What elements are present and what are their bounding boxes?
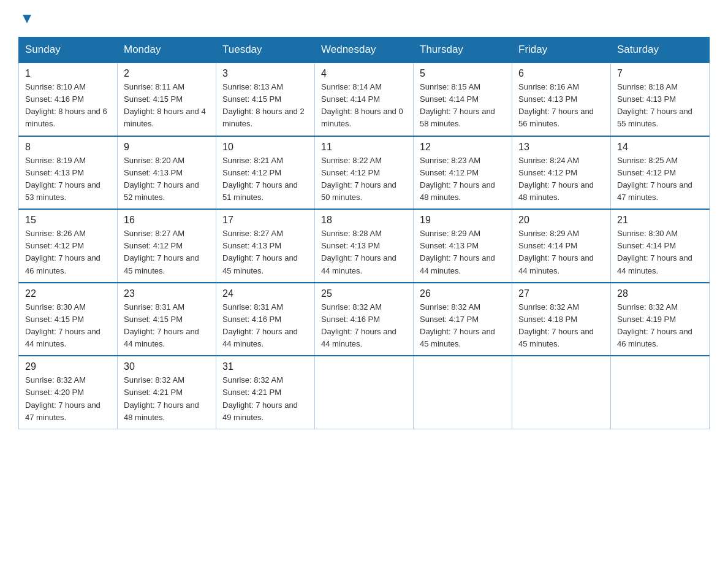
day-number: 28 (617, 288, 703, 299)
day-number: 16 (124, 215, 210, 226)
calendar-cell: 2 Sunrise: 8:11 AMSunset: 4:15 PMDayligh… (118, 63, 216, 136)
day-number: 14 (617, 142, 703, 153)
day-info: Sunrise: 8:22 AMSunset: 4:12 PMDaylight:… (321, 156, 396, 202)
day-number: 5 (420, 68, 506, 79)
day-info: Sunrise: 8:26 AMSunset: 4:12 PMDaylight:… (25, 229, 100, 275)
svg-marker-0 (23, 15, 31, 23)
day-info: Sunrise: 8:11 AMSunset: 4:15 PMDaylight:… (124, 82, 206, 128)
day-info: Sunrise: 8:14 AMSunset: 4:14 PMDaylight:… (321, 82, 403, 128)
week-row-4: 22 Sunrise: 8:30 AMSunset: 4:15 PMDaylig… (19, 283, 710, 356)
header (18, 12, 710, 26)
calendar-cell: 15 Sunrise: 8:26 AMSunset: 4:12 PMDaylig… (19, 209, 118, 283)
calendar-cell: 30 Sunrise: 8:32 AMSunset: 4:21 PMDaylig… (118, 356, 216, 429)
day-info: Sunrise: 8:20 AMSunset: 4:13 PMDaylight:… (124, 156, 199, 202)
day-number: 26 (420, 288, 506, 299)
week-row-3: 15 Sunrise: 8:26 AMSunset: 4:12 PMDaylig… (19, 209, 710, 283)
day-number: 30 (124, 361, 210, 372)
day-number: 6 (518, 68, 604, 79)
day-info: Sunrise: 8:15 AMSunset: 4:14 PMDaylight:… (420, 82, 495, 128)
calendar-cell: 26 Sunrise: 8:32 AMSunset: 4:17 PMDaylig… (414, 283, 512, 356)
header-sunday: Sunday (19, 37, 118, 63)
day-info: Sunrise: 8:18 AMSunset: 4:13 PMDaylight:… (617, 82, 692, 128)
calendar-cell: 27 Sunrise: 8:32 AMSunset: 4:18 PMDaylig… (512, 283, 611, 356)
day-info: Sunrise: 8:32 AMSunset: 4:21 PMDaylight:… (222, 375, 298, 421)
calendar-cell: 1 Sunrise: 8:10 AMSunset: 4:16 PMDayligh… (19, 63, 118, 136)
day-info: Sunrise: 8:30 AMSunset: 4:15 PMDaylight:… (25, 302, 100, 348)
logo-arrow-icon (20, 12, 34, 26)
week-row-5: 29 Sunrise: 8:32 AMSunset: 4:20 PMDaylig… (19, 356, 710, 429)
day-number: 7 (617, 68, 703, 79)
calendar-cell: 13 Sunrise: 8:24 AMSunset: 4:12 PMDaylig… (512, 136, 611, 210)
day-number: 24 (222, 288, 308, 299)
day-number: 25 (321, 288, 407, 299)
day-number: 2 (124, 68, 210, 79)
day-info: Sunrise: 8:27 AMSunset: 4:13 PMDaylight:… (222, 229, 298, 275)
calendar-cell: 4 Sunrise: 8:14 AMSunset: 4:14 PMDayligh… (315, 63, 414, 136)
day-number: 1 (25, 68, 111, 79)
calendar-cell: 18 Sunrise: 8:28 AMSunset: 4:13 PMDaylig… (315, 209, 414, 283)
day-info: Sunrise: 8:32 AMSunset: 4:17 PMDaylight:… (420, 302, 495, 348)
day-number: 27 (518, 288, 604, 299)
week-row-1: 1 Sunrise: 8:10 AMSunset: 4:16 PMDayligh… (19, 63, 710, 136)
calendar-cell: 29 Sunrise: 8:32 AMSunset: 4:20 PMDaylig… (19, 356, 118, 429)
calendar-cell (512, 356, 611, 429)
day-info: Sunrise: 8:32 AMSunset: 4:20 PMDaylight:… (25, 375, 100, 421)
day-info: Sunrise: 8:29 AMSunset: 4:13 PMDaylight:… (420, 229, 495, 275)
day-number: 29 (25, 361, 111, 372)
day-number: 17 (222, 215, 308, 226)
day-number: 3 (222, 68, 308, 79)
day-number: 23 (124, 288, 210, 299)
day-info: Sunrise: 8:25 AMSunset: 4:12 PMDaylight:… (617, 156, 692, 202)
weekday-header-row: Sunday Monday Tuesday Wednesday Thursday… (19, 37, 710, 63)
calendar-cell: 14 Sunrise: 8:25 AMSunset: 4:12 PMDaylig… (611, 136, 710, 210)
calendar-cell (414, 356, 512, 429)
calendar-table: Sunday Monday Tuesday Wednesday Thursday… (18, 37, 710, 429)
day-number: 15 (25, 215, 111, 226)
day-number: 11 (321, 142, 407, 153)
day-info: Sunrise: 8:24 AMSunset: 4:12 PMDaylight:… (518, 156, 594, 202)
calendar-cell: 16 Sunrise: 8:27 AMSunset: 4:12 PMDaylig… (118, 209, 216, 283)
day-info: Sunrise: 8:28 AMSunset: 4:13 PMDaylight:… (321, 229, 396, 275)
day-info: Sunrise: 8:30 AMSunset: 4:14 PMDaylight:… (617, 229, 692, 275)
day-number: 20 (518, 215, 604, 226)
day-info: Sunrise: 8:32 AMSunset: 4:16 PMDaylight:… (321, 302, 396, 348)
day-number: 18 (321, 215, 407, 226)
day-number: 10 (222, 142, 308, 153)
calendar-cell (611, 356, 710, 429)
page: Sunday Monday Tuesday Wednesday Thursday… (0, 0, 728, 563)
day-info: Sunrise: 8:21 AMSunset: 4:12 PMDaylight:… (222, 156, 298, 202)
calendar-cell: 22 Sunrise: 8:30 AMSunset: 4:15 PMDaylig… (19, 283, 118, 356)
calendar-cell: 25 Sunrise: 8:32 AMSunset: 4:16 PMDaylig… (315, 283, 414, 356)
day-number: 8 (25, 142, 111, 153)
calendar-cell: 12 Sunrise: 8:23 AMSunset: 4:12 PMDaylig… (414, 136, 512, 210)
day-info: Sunrise: 8:23 AMSunset: 4:12 PMDaylight:… (420, 156, 495, 202)
header-wednesday: Wednesday (315, 37, 414, 63)
calendar-cell: 23 Sunrise: 8:31 AMSunset: 4:15 PMDaylig… (118, 283, 216, 356)
day-number: 22 (25, 288, 111, 299)
day-info: Sunrise: 8:13 AMSunset: 4:15 PMDaylight:… (222, 82, 305, 128)
calendar-cell: 7 Sunrise: 8:18 AMSunset: 4:13 PMDayligh… (611, 63, 710, 136)
day-number: 9 (124, 142, 210, 153)
week-row-2: 8 Sunrise: 8:19 AMSunset: 4:13 PMDayligh… (19, 136, 710, 210)
day-info: Sunrise: 8:16 AMSunset: 4:13 PMDaylight:… (518, 82, 594, 128)
day-number: 31 (222, 361, 308, 372)
header-monday: Monday (118, 37, 216, 63)
calendar-cell: 6 Sunrise: 8:16 AMSunset: 4:13 PMDayligh… (512, 63, 611, 136)
day-info: Sunrise: 8:19 AMSunset: 4:13 PMDaylight:… (25, 156, 100, 202)
calendar-cell: 31 Sunrise: 8:32 AMSunset: 4:21 PMDaylig… (216, 356, 315, 429)
day-info: Sunrise: 8:32 AMSunset: 4:19 PMDaylight:… (617, 302, 692, 348)
day-number: 12 (420, 142, 506, 153)
day-info: Sunrise: 8:27 AMSunset: 4:12 PMDaylight:… (124, 229, 199, 275)
calendar-cell: 28 Sunrise: 8:32 AMSunset: 4:19 PMDaylig… (611, 283, 710, 356)
calendar-cell: 10 Sunrise: 8:21 AMSunset: 4:12 PMDaylig… (216, 136, 315, 210)
header-thursday: Thursday (414, 37, 512, 63)
day-number: 13 (518, 142, 604, 153)
calendar-cell: 8 Sunrise: 8:19 AMSunset: 4:13 PMDayligh… (19, 136, 118, 210)
calendar-cell: 5 Sunrise: 8:15 AMSunset: 4:14 PMDayligh… (414, 63, 512, 136)
day-info: Sunrise: 8:10 AMSunset: 4:16 PMDaylight:… (25, 82, 107, 128)
day-number: 19 (420, 215, 506, 226)
header-saturday: Saturday (611, 37, 710, 63)
header-tuesday: Tuesday (216, 37, 315, 63)
day-info: Sunrise: 8:31 AMSunset: 4:16 PMDaylight:… (222, 302, 298, 348)
header-friday: Friday (512, 37, 611, 63)
